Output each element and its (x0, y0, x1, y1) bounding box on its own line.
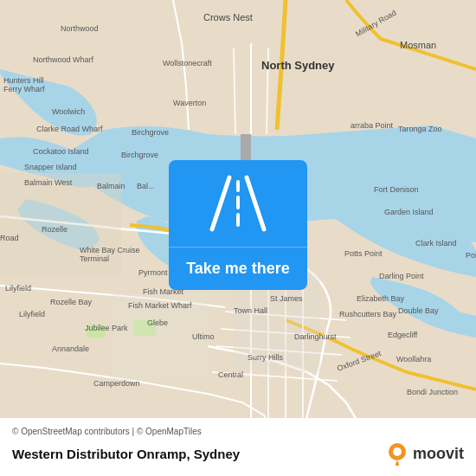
map-container: Northwood Crows Nest Mosman Military Roa… (0, 0, 476, 476)
moovit-icon-svg (385, 441, 409, 466)
attribution-text: © OpenStreetMap contributors | © OpenMap… (12, 427, 464, 436)
moovit-logo: moovit (385, 441, 464, 466)
take-me-there-button[interactable]: Take me there (169, 247, 307, 290)
destination-card: Take me there (169, 160, 307, 290)
svg-rect-16 (0, 173, 121, 277)
svg-rect-3 (87, 325, 106, 338)
moovit-text: moovit (413, 445, 464, 463)
svg-rect-17 (113, 294, 208, 381)
bottom-bar: © OpenStreetMap contributors | © OpenMap… (0, 418, 476, 476)
road-icon (203, 173, 273, 234)
location-name: Western Distributor Onramp, Sydney (12, 447, 240, 461)
road-icon-box (169, 160, 307, 247)
svg-point-23 (393, 447, 402, 456)
